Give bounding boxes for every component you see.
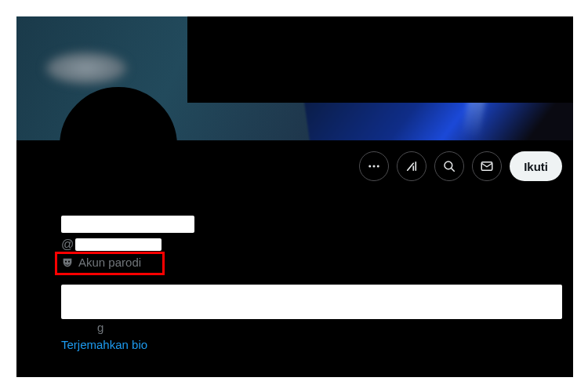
search-button[interactable] <box>434 151 464 181</box>
bio-redacted <box>61 285 562 319</box>
parody-label-text: Akun parodi <box>78 255 141 270</box>
svg-point-3 <box>445 162 452 169</box>
display-name-redacted <box>61 216 194 233</box>
handle-prefix: @ <box>61 238 74 252</box>
svg-point-0 <box>368 165 371 168</box>
banner-decoration <box>43 51 129 85</box>
svg-point-2 <box>377 165 379 168</box>
search-icon <box>442 159 456 173</box>
follow-button[interactable]: Ikuti <box>510 151 562 181</box>
handle-row: @ <box>61 238 194 252</box>
profile-avatar[interactable] <box>60 87 177 205</box>
bio-tail: g <box>61 321 562 335</box>
svg-line-4 <box>452 169 455 172</box>
message-button[interactable] <box>472 151 502 181</box>
svg-point-7 <box>68 261 70 263</box>
grok-icon <box>405 159 419 173</box>
parody-mask-icon <box>61 256 74 269</box>
more-button[interactable] <box>359 151 389 181</box>
profile-frame: Ikuti @ Akun parodi g Terjemahkan bio <box>16 16 573 377</box>
more-icon <box>367 159 381 173</box>
profile-actions: Ikuti <box>359 151 562 181</box>
svg-point-6 <box>65 261 67 263</box>
handle-redacted <box>75 238 162 251</box>
profile-bio: g Terjemahkan bio <box>61 285 562 352</box>
translate-bio-link[interactable]: Terjemahkan bio <box>61 338 147 351</box>
svg-point-1 <box>373 165 376 168</box>
message-icon <box>480 159 494 173</box>
parody-label-row[interactable]: Akun parodi <box>61 255 194 270</box>
profile-identity: @ Akun parodi <box>61 216 194 270</box>
grok-button[interactable] <box>397 151 426 181</box>
redaction-block <box>187 16 573 103</box>
